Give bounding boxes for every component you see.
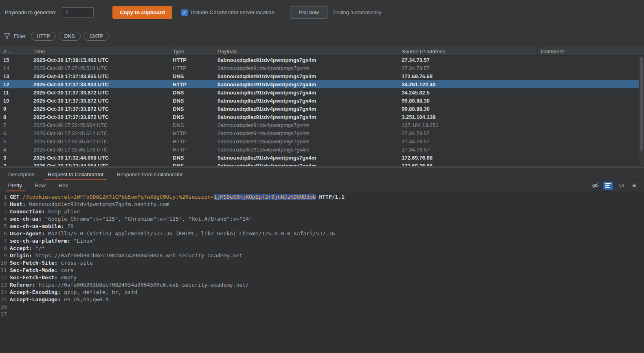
- cell-time: 2025-Oct-30 17:37:33.933 UTC: [30, 81, 169, 88]
- cell-time: 2025-Oct-30 17:37:45.518 UTC: [30, 65, 169, 71]
- table-scrollbar[interactable]: [639, 56, 644, 165]
- cell-time: 2025-Oct-30 17:32:45.664 UTC: [30, 122, 169, 128]
- line-number: 9: [0, 252, 7, 259]
- table-row-5[interactable]: 52025-Oct-30 17:32:45.612 UTCHTTP0abnoux…: [0, 137, 644, 145]
- column-header-payload[interactable]: Payload: [214, 47, 398, 55]
- tab-hex[interactable]: Hex: [52, 180, 75, 191]
- view-tab-bar: PrettyRawHex \n ≡: [0, 180, 644, 191]
- tab-raw[interactable]: Raw: [29, 180, 52, 191]
- table-scrollbar-thumb[interactable]: [640, 57, 643, 151]
- view-tabs: PrettyRawHex: [2, 180, 75, 191]
- cell-ip: 34.251.122.40: [398, 81, 538, 88]
- cell-time: 2025-Oct-30 17:37:33.872 UTC: [30, 98, 169, 104]
- table-row-10[interactable]: 102025-Oct-30 17:37:33.872 UTCDNS0abnoux…: [0, 96, 644, 105]
- cell-type: DNS: [169, 155, 214, 161]
- panel-splitter[interactable]: [0, 166, 644, 169]
- table-row-4[interactable]: 42025-Oct-30 17:32:45.173 UTCHTTP0abnoux…: [0, 145, 644, 153]
- request-line: sec-ch-ua: "Google Chrome";v="125", "Chr…: [10, 215, 644, 223]
- cell-type: HTTP: [169, 81, 214, 88]
- filter-funnel-icon: [4, 33, 10, 39]
- column-header-source-ip-address[interactable]: Source IP address: [398, 47, 538, 55]
- request-line: Origin: https://0afe00b903b8ec70824034a9…: [10, 252, 644, 259]
- line-number: 10: [0, 259, 7, 267]
- cell-type: DNS: [169, 106, 214, 112]
- filter-pill-dns[interactable]: DNS: [59, 32, 81, 41]
- line-number: 6: [0, 230, 7, 237]
- cell-type: HTTP: [169, 65, 214, 71]
- table-row-15[interactable]: 152025-Oct-30 17:38:15.462 UTCHTTP0abnou…: [0, 56, 644, 64]
- payloads-to-generate-label: Payloads to generate:: [5, 9, 56, 15]
- cell-time: 2025-Oct-30 17:37:33.872 UTC: [30, 90, 169, 96]
- table-row-11[interactable]: 112025-Oct-30 17:37:33.872 UTCDNS0abnoux…: [0, 88, 644, 96]
- cell-payload: 0abnouxdqdlez91tdv4pwntpmgs7gx4m: [214, 122, 398, 128]
- payloads-count-input[interactable]: [62, 7, 94, 18]
- cell-payload: 0abnouxdqdlez91tdv4pwntpmgs7gx4m: [214, 147, 398, 153]
- line-number: 1: [0, 193, 7, 201]
- table-row-2[interactable]: 22025-Oct-30 17:32:44.004 UTCDNS0abnouxd…: [0, 162, 644, 166]
- column-header-comment[interactable]: Comment: [538, 47, 644, 55]
- request-line: Sec-Fetch-Dest: empty: [10, 274, 644, 281]
- request-editor[interactable]: 1234567891011121314151617 GET /?cookie=s…: [0, 191, 644, 353]
- filter-pill-smtp[interactable]: SMTP: [84, 32, 109, 41]
- cell-time: 2025-Oct-30 17:37:33.872 UTC: [30, 114, 169, 120]
- filter-pills: HTTPDNSSMTP: [31, 32, 109, 41]
- cell-payload: 0abnouxdqdlez91tdv4pwntpmgs7gx4m: [214, 73, 398, 79]
- request-line: [10, 311, 644, 318]
- cell-num: 8: [0, 114, 30, 120]
- table-row-13[interactable]: 132025-Oct-30 17:37:43.935 UTCDNS0abnoux…: [0, 72, 644, 80]
- line-number: 8: [0, 245, 7, 252]
- cell-time: 2025-Oct-30 17:32:44.004 UTC: [30, 163, 169, 166]
- tab-response-from-collaborator[interactable]: Response from Collaborator: [110, 169, 189, 180]
- column-header-num[interactable]: #⌄: [0, 47, 30, 55]
- poll-now-button[interactable]: Poll now: [290, 6, 327, 19]
- syntax-highlight-icon[interactable]: [603, 182, 613, 190]
- column-header-type[interactable]: Type: [169, 47, 214, 55]
- cell-type: DNS: [169, 73, 214, 79]
- cell-type: DNS: [169, 122, 214, 128]
- editor-menu-icon[interactable]: ≡: [629, 182, 639, 190]
- request-line: Accept-Language: en-US,en;q=0.9: [10, 296, 644, 303]
- cell-ip: 3.251.104.138: [398, 114, 538, 120]
- tab-request-to-collaborator[interactable]: Request to Collaborator: [41, 169, 110, 180]
- line-number: 14: [0, 289, 7, 296]
- show-newlines-icon[interactable]: \n: [616, 182, 626, 190]
- cell-payload: 0abnouxdqdlez91tdv4pwntpmgs7gx4m: [214, 163, 398, 166]
- line-number: 2: [0, 201, 7, 208]
- cell-type: DNS: [169, 98, 214, 104]
- filter-pill-http[interactable]: HTTP: [31, 32, 56, 41]
- cell-num: 12: [0, 81, 30, 88]
- table-row-7[interactable]: 72025-Oct-30 17:32:45.664 UTCDNS0abnouxd…: [0, 121, 644, 129]
- table-row-8[interactable]: 82025-Oct-30 17:37:33.872 UTCDNS0abnouxd…: [0, 113, 644, 121]
- tab-description[interactable]: Description: [2, 169, 41, 180]
- column-header-time[interactable]: Time: [30, 47, 169, 55]
- table-row-9[interactable]: 92025-Oct-30 17:37:33.872 UTCDNS0abnouxd…: [0, 105, 644, 113]
- cell-num: 3: [0, 155, 30, 161]
- tab-pretty[interactable]: Pretty: [2, 180, 29, 191]
- copy-to-clipboard-button[interactable]: Copy to clipboard: [112, 6, 172, 19]
- table-row-3[interactable]: 32025-Oct-30 17:32:44.008 UTCDNS0abnouxd…: [0, 153, 644, 162]
- table-header: #⌄TimeTypePayloadSource IP addressCommen…: [0, 47, 644, 56]
- cell-type: DNS: [169, 163, 214, 166]
- line-number: 13: [0, 281, 7, 289]
- cell-time: 2025-Oct-30 17:32:45.612 UTC: [30, 138, 169, 145]
- cell-payload: 0abnouxdqdlez91tdv4pwntpmgs7gx4m: [214, 98, 398, 104]
- cell-ip: 27.34.73.57: [398, 130, 538, 136]
- table-row-12[interactable]: 122025-Oct-30 17:37:33.933 UTCHTTP0abnou…: [0, 80, 644, 88]
- table-row-14[interactable]: 142025-Oct-30 17:37:45.518 UTCHTTP0abnou…: [0, 64, 644, 72]
- cell-type: HTTP: [169, 138, 214, 145]
- line-number: 11: [0, 267, 7, 274]
- include-location-option[interactable]: ✓ Include Collaborator server location: [181, 9, 275, 16]
- line-number: 17: [0, 311, 7, 318]
- table-row-6[interactable]: 62025-Oct-30 17:32:45.612 UTCHTTP0abnoux…: [0, 129, 644, 137]
- cell-type: HTTP: [169, 130, 214, 136]
- cell-num: 6: [0, 130, 30, 136]
- detail-tabs: DescriptionRequest to CollaboratorRespon…: [0, 169, 644, 180]
- cell-ip: 99.80.88.30: [398, 98, 538, 104]
- filter-label: Filter: [14, 33, 26, 39]
- request-line: GET /?cookie=secret=JWFFoSDQEZKTtCPbb5om…: [10, 193, 644, 201]
- cell-payload: 0abnouxdqdlez91tdv4pwntpmgs7gx4m: [214, 130, 398, 136]
- include-location-checkbox[interactable]: ✓: [181, 9, 188, 16]
- hide-items-eye-icon[interactable]: [590, 182, 600, 190]
- request-line: [10, 303, 644, 311]
- code-gutter: 1234567891011121314151617: [0, 193, 10, 353]
